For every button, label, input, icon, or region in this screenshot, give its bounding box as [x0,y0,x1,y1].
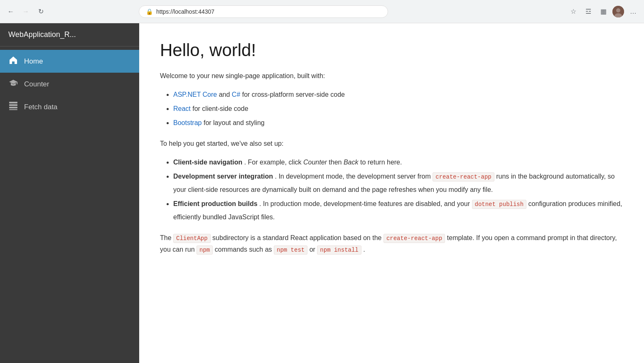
svg-point-1 [616,8,620,12]
clientapp-code: ClientApp [173,234,211,243]
footer-text-6: . [363,246,365,253]
app-layout: WebApplication_R... Home [0,23,644,363]
svg-rect-5 [9,104,17,106]
npm-install-code: npm install [317,245,361,255]
footer-text-4: commands such as [215,246,274,253]
features-list: Client-side navigation . For example, cl… [173,156,623,224]
csharp-link[interactable]: C# [232,91,240,98]
list-item-react: React for client-side code [173,102,623,115]
url-text: https://localhost:44307 [156,8,214,15]
reading-list-button[interactable]: ☲ [583,6,594,17]
create-react-app-code-2: create-react-app [383,234,445,243]
graduation-cap-icon [8,78,18,90]
aspnet-core-link[interactable]: ASP.NET Core [173,91,217,98]
bootstrap-link[interactable]: Bootstrap [173,119,202,126]
fetch-data-label: Fetch data [24,103,57,111]
profile-avatar[interactable] [612,6,624,17]
browser-actions: ☆ ☲ ▦ … [568,6,639,17]
sidebar-item-counter[interactable]: Counter [0,73,139,96]
dotnet-publish-code: dotnet publish [472,200,527,209]
lock-icon: 🔒 [146,8,153,15]
sidebar: WebApplication_R... Home [0,23,139,363]
svg-rect-4 [9,102,17,103]
sidebar-nav: Home Counter [0,47,139,122]
list-item-bootstrap: Bootstrap for layout and styling [173,116,623,130]
favorites-star-button[interactable]: ☆ [568,6,579,17]
reload-button[interactable]: ↻ [35,6,47,17]
footer-paragraph: The ClientApp subdirectory is a standard… [160,232,623,255]
list-item-prod-builds: Efficient production builds . In product… [173,197,623,224]
list-item-dev-server: Development server integration . In deve… [173,170,623,196]
svg-rect-3 [17,82,17,84]
sidebar-item-fetch-data[interactable]: Fetch data [0,96,139,118]
tech-list: ASP.NET Core and C# for cross-platform s… [173,88,623,130]
client-nav-term: Client-side navigation [173,159,242,166]
help-intro-paragraph: To help you get started, we've also set … [160,138,623,149]
home-label: Home [24,57,43,66]
sidebar-item-home[interactable]: Home [0,50,139,73]
footer-text-5: or [310,246,317,253]
svg-rect-6 [9,107,17,108]
browser-chrome: ← → ↻ 🔒 https://localhost:44307 ☆ ☲ ▦ … [0,0,644,23]
npm-code: npm [197,245,213,255]
forward-button[interactable]: → [20,6,32,17]
collections-button[interactable]: ▦ [597,6,609,17]
prod-builds-term: Efficient production builds [173,200,258,207]
page-title: Hello, world! [160,40,623,61]
intro-paragraph: Welcome to your new single-page applicat… [160,71,623,81]
more-button[interactable]: … [627,6,639,17]
npm-test-code: npm test [274,245,307,255]
dev-server-term: Development server integration [173,173,273,180]
address-bar[interactable]: 🔒 https://localhost:44307 [139,5,388,18]
table-icon [8,101,18,113]
sidebar-brand: WebApplication_R... [0,23,139,47]
react-link[interactable]: React [173,105,191,112]
footer-text-1: The [160,234,173,241]
nav-buttons: ← → ↻ [5,6,47,17]
counter-label: Counter [24,80,49,88]
home-icon [8,56,18,67]
main-content: Hello, world! Welcome to your new single… [139,23,644,363]
list-item-aspnet: ASP.NET Core and C# for cross-platform s… [173,88,623,101]
list-item-client-nav: Client-side navigation . For example, cl… [173,156,623,169]
back-button[interactable]: ← [5,6,17,17]
create-react-app-code-1: create-react-app [433,172,494,182]
footer-text-2: subdirectory is a standard React applica… [212,234,383,241]
svg-rect-7 [9,109,17,110]
